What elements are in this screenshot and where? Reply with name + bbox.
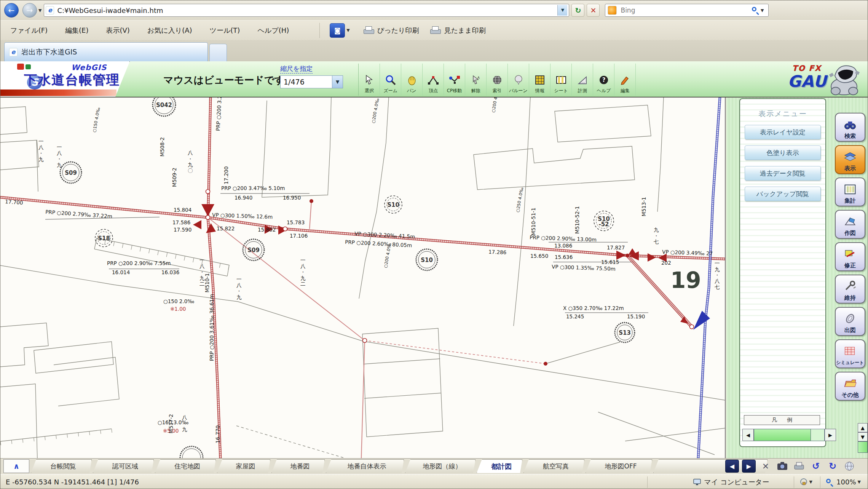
binoculars-icon	[842, 119, 858, 133]
map-annotation: 17.586	[172, 219, 190, 225]
address-dropdown-icon[interactable]: ▼	[557, 5, 567, 16]
display-menu-button[interactable]: 表示レイヤ設定	[745, 125, 821, 139]
layer-tab[interactable]: 家屋図	[217, 459, 270, 473]
hscroll-track[interactable]	[811, 429, 825, 441]
print-button[interactable]: 見たまま印刷	[430, 26, 485, 35]
menu-item[interactable]: ヘルプ(H)	[250, 24, 297, 37]
search-options-icon[interactable]: ▼	[761, 8, 764, 13]
capture-icon[interactable]	[775, 460, 789, 473]
tool-info-grid[interactable]: 情報	[529, 64, 550, 96]
search-box[interactable]: ▼	[605, 4, 769, 17]
tool-measure[interactable]: 計測	[572, 64, 593, 96]
hatch-tick	[166, 252, 167, 257]
tool-release[interactable]: ∧解除	[465, 64, 487, 96]
scale-dropdown-icon[interactable]: ▼	[332, 76, 343, 88]
scroll-right-icon[interactable]: ▶	[825, 429, 836, 441]
map-viewport[interactable]: S042S09S09S10S13S18S10S10-52PRP ○200 2.7…	[0, 97, 726, 458]
hatch-tick	[11, 440, 12, 444]
back-button[interactable]: ←	[4, 3, 19, 18]
zoom-control[interactable]: 100% ▼	[820, 476, 868, 488]
function-button-tally[interactable]: 集計	[835, 177, 865, 206]
legend-button[interactable]: 凡例	[744, 415, 820, 425]
function-button-plot[interactable]: 出図	[835, 307, 865, 336]
protected-mode-control[interactable]: ▼	[794, 476, 820, 488]
map-annotation: 17.200	[223, 166, 229, 184]
scale-select[interactable]: 1/476 ▼	[280, 75, 343, 88]
web-icon[interactable]	[842, 460, 856, 473]
menu-item[interactable]: ファイル(F)	[3, 24, 55, 37]
layer-tab[interactable]: 住宅地図	[155, 459, 216, 473]
function-button-fix[interactable]: 修正	[835, 242, 865, 271]
tool-sheet[interactable]: シート	[550, 64, 572, 96]
layer-tab[interactable]: 航空写真	[523, 459, 584, 473]
scroll-down-icon[interactable]: ▼	[858, 432, 868, 441]
hscroll-thumb[interactable]	[754, 429, 811, 441]
display-menu-button[interactable]: 色塗り表示	[745, 145, 821, 160]
ie-page-icon: e	[46, 6, 54, 14]
stop-button[interactable]: ✕	[587, 4, 600, 17]
tool-cursor[interactable]: 選択	[359, 64, 380, 96]
redo-icon[interactable]: ↻	[826, 460, 839, 473]
layer-tab[interactable]: 認可区域	[93, 459, 154, 473]
address-input[interactable]	[56, 6, 557, 15]
layer-tab[interactable]: 台帳閲覧	[31, 459, 92, 473]
function-button-folder[interactable]: その他	[835, 372, 865, 401]
function-button-binoculars[interactable]: 検索	[835, 113, 865, 142]
layer-tab[interactable]: 地番図	[271, 459, 325, 473]
vscroll-thumb[interactable]	[858, 441, 868, 453]
menu-item[interactable]: ツール(T)	[202, 24, 248, 37]
tool-globe[interactable]: 索引	[487, 64, 508, 96]
tool-vertex[interactable]: 頂点	[423, 64, 444, 96]
address-bar[interactable]: e ▼	[44, 4, 569, 17]
layer-tab[interactable]: 都計図	[477, 459, 522, 473]
display-menu-button[interactable]: 過去データ閲覧	[745, 166, 821, 181]
tool-move[interactable]: CP移動	[444, 64, 465, 96]
menu-item[interactable]: お気に入り(A)	[140, 24, 200, 37]
scroll-left-icon[interactable]: ◀	[742, 429, 754, 441]
page-back-icon[interactable]: ◀	[725, 460, 739, 473]
function-button-draw[interactable]: 作図	[835, 210, 865, 239]
tool-hand[interactable]: パン	[401, 64, 423, 96]
search-icon[interactable]	[752, 6, 759, 14]
tool-balloon[interactable]: バルーン	[508, 64, 529, 96]
refresh-button[interactable]: ↻	[571, 4, 584, 17]
cut-icon[interactable]: ✕	[759, 460, 772, 473]
collapse-tabs-button[interactable]: ∧	[3, 459, 29, 473]
scroll-up-icon[interactable]: ▲	[858, 423, 868, 432]
browser-tab[interactable]: e 岩出市下水道GIS	[4, 42, 208, 61]
menu-item[interactable]: 編集(E)	[57, 24, 96, 37]
forward-button[interactable]: →	[22, 3, 37, 18]
page-forward-icon[interactable]: ▶	[742, 460, 756, 473]
layer-tab[interactable]: 地形図OFF	[586, 459, 652, 473]
tool-help[interactable]: ?ヘルプ	[593, 64, 614, 96]
map-canvas[interactable]: S042S09S09S10S13S18S10S10-52PRP ○200 2.7…	[0, 97, 726, 458]
print-button[interactable]: ぴったり印刷	[364, 26, 419, 35]
gis-app-dropdown-icon[interactable]: ▼	[346, 28, 349, 33]
map-annotation: PRP ○200 2.60‰ 80.05m	[345, 239, 412, 248]
layers-icon	[842, 151, 858, 165]
tool-magnifier[interactable]: ズーム	[380, 64, 401, 96]
function-button-maintain[interactable]: 維持	[835, 275, 865, 304]
panel-vscrollbar[interactable]: ▲ ▼	[858, 423, 868, 454]
district-label: S09	[65, 169, 77, 176]
protected-mode-dropdown-icon[interactable]: ▼	[809, 479, 812, 484]
undo-icon[interactable]: ↺	[809, 460, 823, 473]
map-annotation: 15.804	[174, 207, 191, 213]
district-label: S10	[387, 201, 399, 208]
function-button-layers[interactable]: 表示	[835, 145, 865, 174]
layer-tab[interactable]: 地番自体表示	[326, 459, 404, 473]
print-icon[interactable]	[792, 460, 806, 473]
gis-app-button[interactable]: ◙	[330, 23, 345, 38]
bing-icon	[608, 6, 617, 15]
zoom-dropdown-icon[interactable]: ▼	[858, 479, 861, 484]
menu-item[interactable]: 表示(V)	[99, 24, 137, 37]
layer-tab[interactable]: 地形図（線）	[405, 459, 475, 473]
history-dropdown-icon[interactable]: ▼	[38, 8, 41, 13]
function-button-simulate[interactable]: シミュレート	[835, 339, 865, 368]
panel-hscrollbar[interactable]: ◀ ▶	[742, 429, 836, 441]
display-menu-button[interactable]: バックアップ閲覧	[745, 187, 821, 201]
tool-edit[interactable]: 編集	[614, 64, 636, 96]
new-tab-stub[interactable]	[209, 44, 227, 61]
hand-icon	[406, 74, 418, 86]
search-input[interactable]	[620, 6, 752, 14]
